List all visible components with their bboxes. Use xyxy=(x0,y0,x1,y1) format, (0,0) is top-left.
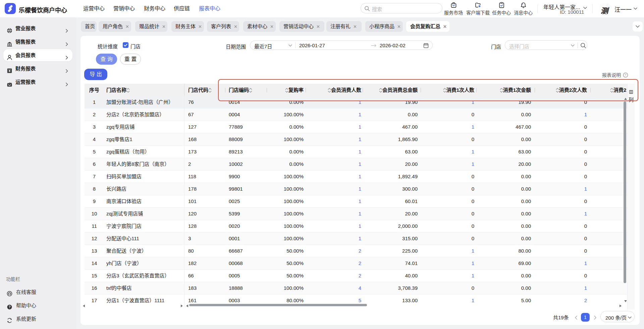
svg-text:?: ? xyxy=(8,305,10,309)
svg-text:?: ? xyxy=(625,73,626,77)
